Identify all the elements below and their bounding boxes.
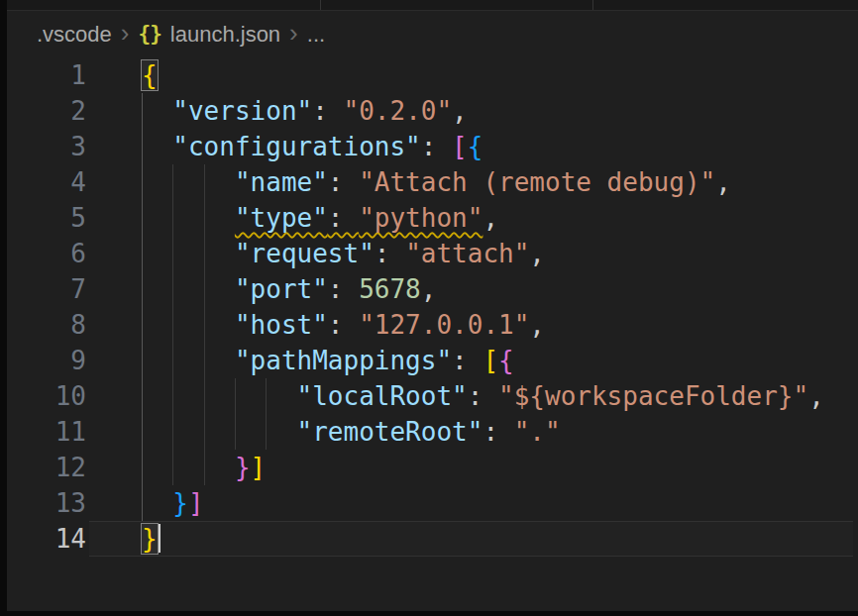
code-token: ".": [514, 417, 561, 447]
code-line-2[interactable]: "version": "0.2.0",: [142, 93, 858, 129]
code-token: "localRoot": [297, 381, 468, 411]
code-token: "host": [235, 310, 328, 340]
code-line-10[interactable]: "localRoot": "${workspaceFolder}",: [142, 378, 858, 414]
code-token: {: [468, 132, 483, 161]
code-token: :: [328, 310, 359, 340]
gutter[interactable]: 1234567891011121314: [7, 57, 86, 557]
code-token: }: [235, 453, 251, 482]
code-token: "configurations": [172, 132, 420, 161]
window-bottom-edge: [0, 611, 858, 616]
code-token: ,: [529, 310, 545, 340]
code-line-3[interactable]: "configurations": [{: [142, 129, 858, 164]
code-token: [142, 167, 235, 197]
code-token: [142, 453, 235, 482]
line-number-1[interactable]: 1: [7, 57, 86, 93]
code-line-13[interactable]: }]: [142, 485, 858, 521]
code-token: :: [328, 203, 359, 233]
code-token: ,: [483, 203, 498, 233]
tab-separator: [320, 0, 321, 10]
line-number-8[interactable]: 8: [7, 307, 86, 343]
line-number-14[interactable]: 14: [7, 521, 86, 557]
line-number-10[interactable]: 10: [7, 378, 86, 414]
line-number-2[interactable]: 2: [7, 93, 86, 129]
code-token: ,: [715, 167, 731, 197]
line-number-6[interactable]: 6: [7, 236, 86, 271]
code-token: [142, 310, 235, 340]
breadcrumb: .vscode › {} launch.json › ...: [37, 20, 325, 50]
code-token: "pathMappings": [235, 346, 452, 375]
code-token: :: [452, 346, 483, 375]
code-token: [142, 203, 235, 233]
code-token: "version": [172, 96, 312, 126]
code-token: ]: [188, 488, 204, 518]
window-left-edge: [0, 0, 7, 616]
code-token: "0.2.0": [344, 96, 453, 126]
code-line-8[interactable]: "host": "127.0.0.1",: [142, 307, 858, 343]
code-token: ]: [251, 453, 267, 482]
line-number-9[interactable]: 9: [7, 343, 86, 378]
code-token: [142, 274, 235, 304]
code-token: "127.0.0.1": [359, 310, 529, 340]
code-token: "python": [359, 203, 483, 233]
code-line-7[interactable]: "port": 5678,: [142, 271, 858, 307]
code-line-12[interactable]: }]: [142, 450, 858, 485]
code-token: "remoteRoot": [297, 417, 483, 447]
chevron-right-icon: ›: [289, 20, 298, 46]
code-token: }: [142, 524, 158, 554]
code-token: [142, 381, 297, 411]
code-token: :: [421, 132, 452, 161]
code-token: {: [142, 60, 158, 90]
code-token: ,: [808, 381, 824, 411]
code-token: :: [468, 381, 498, 411]
code-token: :: [312, 96, 343, 126]
code-token: [142, 239, 235, 268]
code-token: 5678: [359, 274, 421, 304]
text-cursor: [159, 524, 161, 553]
code-token: "attach": [405, 239, 529, 268]
json-file-icon: {}: [139, 22, 161, 46]
code-token: [142, 346, 235, 375]
code-line-14[interactable]: }: [142, 521, 858, 557]
code-token: ,: [529, 239, 545, 268]
code-token: {: [498, 346, 514, 375]
line-number-4[interactable]: 4: [7, 164, 86, 200]
code-token: ,: [421, 274, 437, 304]
breadcrumb-file[interactable]: launch.json: [170, 22, 280, 48]
code-token: [142, 417, 297, 447]
code-token: :: [328, 274, 359, 304]
code-token: :: [328, 167, 359, 197]
code-line-4[interactable]: "name": "Attach (remote debug)",: [142, 164, 858, 200]
code-token: "Attach (remote debug)": [359, 167, 715, 197]
code-token: "type": [235, 203, 328, 233]
line-number-7[interactable]: 7: [7, 271, 86, 307]
code-line-5[interactable]: "type": "python",: [142, 200, 858, 236]
tab-separator: [592, 0, 593, 10]
code-token: [: [483, 346, 498, 375]
code-line-9[interactable]: "pathMappings": [{: [142, 343, 858, 378]
line-number-3[interactable]: 3: [7, 129, 86, 164]
code-line-1[interactable]: {: [142, 57, 858, 93]
code-token: "${workspaceFolder}": [498, 381, 808, 411]
code-token: [142, 488, 172, 518]
code-token: [: [452, 132, 468, 161]
line-number-13[interactable]: 13: [7, 485, 86, 521]
code-lines[interactable]: { "version": "0.2.0", "configurations": …: [142, 57, 858, 557]
code-token: :: [483, 417, 513, 447]
chevron-right-icon: ›: [121, 20, 130, 46]
code-token: [142, 132, 172, 161]
code-token: }: [172, 488, 188, 518]
code-token: "port": [235, 274, 328, 304]
breadcrumb-folder[interactable]: .vscode: [37, 22, 112, 48]
line-number-12[interactable]: 12: [7, 450, 86, 485]
breadcrumb-symbol-more[interactable]: ...: [307, 22, 325, 48]
vscode-editor-window: .vscode › {} launch.json › ... 123456789…: [0, 0, 858, 616]
code-token: ,: [452, 96, 468, 126]
tab-bar-strip[interactable]: [7, 0, 858, 11]
line-number-11[interactable]: 11: [7, 414, 86, 450]
code-line-6[interactable]: "request": "attach",: [142, 236, 858, 271]
code-token: "name": [235, 167, 328, 197]
code-line-11[interactable]: "remoteRoot": ".": [142, 414, 858, 450]
line-number-5[interactable]: 5: [7, 200, 86, 236]
code-token: :: [375, 239, 405, 268]
code-token: [142, 96, 172, 126]
